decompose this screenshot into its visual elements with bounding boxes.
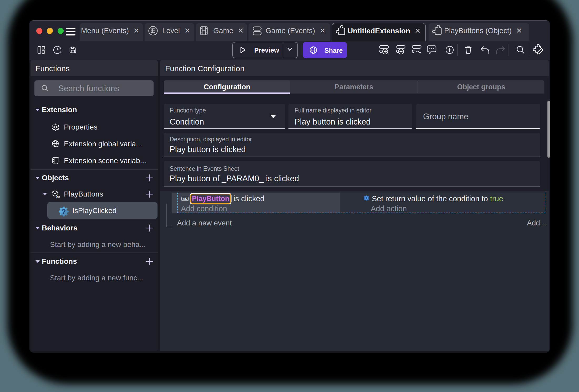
svg-text:?: ? [62,208,66,216]
svg-text:2D: 2D [56,195,60,198]
